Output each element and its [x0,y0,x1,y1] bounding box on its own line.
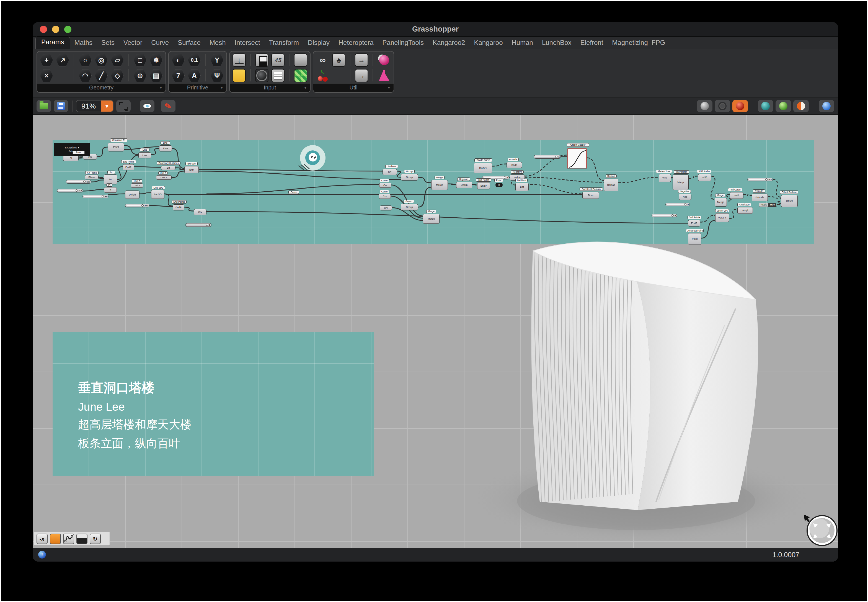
in-panel-icon[interactable] [255,54,268,67]
tab-magnetizing_fpg[interactable]: Magnetizing_FPG [607,37,670,49]
node-label-tag[interactable]: Interpolate [674,170,689,174]
node-label-tag[interactable]: End Points [687,216,701,219]
node-label-tag[interactable]: Merge [426,210,436,213]
node-label-tag[interactable]: Arc [107,170,115,174]
group-expand-icon[interactable]: ▼ [159,85,163,90]
node-label-tag[interactable]: Construct Pt [110,138,127,142]
display-ghost-button[interactable] [697,100,712,112]
zoom-dropdown-button[interactable]: ▼ [101,100,113,112]
node-label-tag[interactable]: End Points [476,178,491,182]
exceptions-widget[interactable]: Exceptions ▾Active [54,143,90,156]
tab-params[interactable]: Params [35,36,70,49]
util-relay-dark-icon[interactable]: → [355,54,368,67]
node-label-tag[interactable]: XY Plane [85,171,98,175]
node-label-tag[interactable]: Shift Paths [697,170,712,173]
node-label-tag[interactable]: Curve [288,190,299,194]
node-label-tag[interactable]: Merge [434,176,445,179]
display-custom2-button[interactable] [776,100,791,112]
node-label-tag[interactable]: Group [403,200,414,203]
display-custom3-button[interactable] [793,100,809,112]
profiler-widget-icon[interactable]: ↻ [90,534,101,544]
node-label-tag[interactable]: Unit Z [132,180,142,183]
geo-mesh-icon[interactable]: ❄ [149,54,163,67]
annotation-group[interactable]: 垂直洞口塔楼 June Lee 超高层塔楼和摩天大楼 板条立面，纵向百叶 [52,332,374,476]
node-label-tag[interactable]: Line SDL [152,186,165,189]
node-label-tag[interactable]: Boundary Surfaces [156,161,181,165]
node-label-tag[interactable]: End Points [172,200,187,204]
zoom-control[interactable]: 91% ▼ [76,100,113,112]
in-knob-icon[interactable] [255,69,268,82]
tab-maths[interactable]: Maths [70,37,97,49]
node-label-tag[interactable]: Line [161,141,170,144]
geo-null-icon[interactable]: × [40,69,53,82]
node-label-tag[interactable]: Graph Mapper [567,143,589,147]
node-label-tag[interactable]: Merge [715,194,725,197]
group-expand-icon[interactable]: ▼ [304,85,307,90]
geo-cylinder-icon[interactable]: ⊙ [133,69,147,82]
node-label-tag[interactable]: Vector 2Pt [715,209,729,212]
node-label-tag[interactable]: Unit Z [158,171,168,175]
in-sketch-icon[interactable] [233,69,246,82]
node-label-tag[interactable]: Group [404,170,415,173]
node-label-tag[interactable]: Pi [106,183,112,187]
node-label-tag[interactable]: Remap [606,175,616,178]
node-label-tag[interactable]: Negative [511,170,524,174]
tab-intersect[interactable]: Intersect [230,37,265,49]
tab-heteroptera[interactable]: Heteroptera [334,37,378,49]
node-label-tag[interactable]: Negative [678,190,691,193]
in-list-icon[interactable] [271,69,285,82]
node-label-tag[interactable]: Line [140,148,149,152]
tab-surface[interactable]: Surface [173,37,205,49]
node-label-tag[interactable]: End Points [121,160,136,163]
tab-kangaroo2[interactable]: Kangaroo2 [428,37,469,49]
save-file-button[interactable] [54,100,68,112]
util-jar-icon[interactable] [377,54,391,67]
node-label-tag[interactable]: Flatten Tree [656,170,672,173]
zoom-extents-button[interactable] [116,100,130,112]
node-label-tag[interactable]: Curve [380,190,389,193]
geo-box-icon[interactable]: □ [133,54,147,67]
prim-tree-icon[interactable]: Ψ [210,69,224,82]
node-label-tag[interactable]: Construct Domain [580,187,603,191]
prim-number-icon[interactable]: 0.1 [188,54,201,67]
sketch-tool-button[interactable]: ✎ [161,100,175,112]
geo-arc-icon[interactable]: ◠ [78,69,92,82]
tab-human[interactable]: Human [508,37,538,49]
in-gradient-icon[interactable] [294,54,307,67]
prim-text-icon[interactable]: A [188,69,201,82]
util-cherry-icon[interactable] [316,69,330,82]
tab-panelingtools[interactable]: PanelingTools [378,37,428,49]
geo-brep-icon[interactable]: ▤ [149,69,163,82]
util-specs-icon[interactable]: ∞ [316,54,330,67]
preview-toggle-button[interactable] [140,100,155,112]
util-flask-icon[interactable] [377,69,391,82]
tab-kangaroo[interactable]: Kangaroo [469,37,507,49]
display-custom1-button[interactable] [758,100,773,112]
tab-sets[interactable]: Sets [97,37,119,49]
group-expand-icon[interactable]: ▼ [387,85,391,90]
group-expand-icon[interactable]: ▼ [220,85,224,90]
node-label-tag[interactable]: Extrude [186,162,198,165]
tab-transform[interactable]: Transform [265,37,304,49]
tab-curve[interactable]: Curve [147,37,173,49]
node-label-tag[interactable]: Ungroup [457,178,470,181]
util-tree-icon[interactable]: ♣ [332,54,345,67]
node-label-tag[interactable]: Divide Curve [474,158,492,162]
tab-mesh[interactable]: Mesh [205,37,230,49]
in-slider-icon[interactable] [233,54,246,67]
util-relay-light-icon[interactable]: → [355,69,368,82]
title-bar[interactable]: Grasshopper [33,22,838,37]
navigation-ball[interactable] [801,510,838,548]
geo-twist-icon[interactable]: ◇ [111,69,124,82]
node-label-tag[interactable]: Bounds [508,158,519,161]
prim-path-icon[interactable]: Y [210,54,224,67]
geo-vector-icon[interactable]: ↗ [56,54,69,67]
wire-display-widget-icon[interactable] [63,534,74,544]
node-label-tag[interactable]: Point [72,150,85,154]
geo-point-icon[interactable]: + [40,54,53,67]
geo-circle-icon[interactable]: ○ [78,54,92,67]
node-label-tag[interactable]: Amplitude [738,203,751,206]
in-swatch-icon[interactable] [294,69,307,82]
node-label-tag[interactable]: List Item [515,179,528,182]
display-wireframe-button[interactable] [715,100,730,112]
